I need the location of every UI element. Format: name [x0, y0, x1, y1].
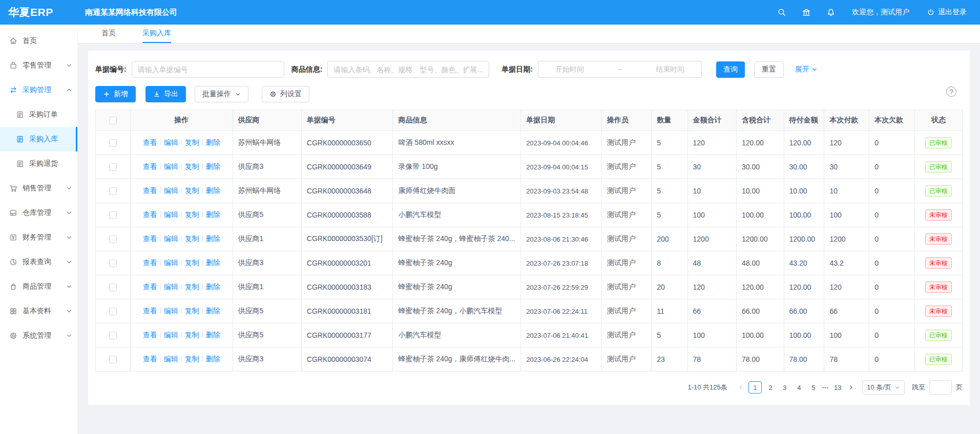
status-badge: 未审核	[925, 209, 952, 221]
page-size-select[interactable]: 10 条/页	[862, 380, 905, 395]
delete-link[interactable]: 删除	[206, 283, 220, 291]
view-link[interactable]: 查看	[143, 355, 157, 363]
sidebar-item-warehouse[interactable]: 仓库管理	[0, 201, 77, 225]
reset-button[interactable]: 重置	[754, 61, 784, 78]
edit-link[interactable]: 编辑	[164, 186, 178, 194]
product-info-input[interactable]	[327, 61, 489, 78]
edit-link[interactable]: 编辑	[164, 258, 178, 267]
sidebar-item-basic-data[interactable]: 基本资料	[0, 299, 77, 323]
sidebar-item-reports[interactable]: 报表查询	[0, 250, 77, 274]
date-range-picker[interactable]: 开始时间 ~ 结束时间	[538, 61, 702, 78]
sidebar-item-finance[interactable]: 财务管理	[0, 225, 77, 250]
prev-page-icon[interactable]	[735, 381, 747, 394]
tab-purchase-inbound[interactable]: 采购入库	[142, 25, 171, 43]
copy-link[interactable]: 复制	[185, 331, 199, 339]
delete-link[interactable]: 删除	[206, 138, 220, 146]
edit-link[interactable]: 编辑	[164, 331, 178, 339]
sidebar-item-system[interactable]: 系统管理	[0, 323, 77, 348]
help-icon[interactable]: ?	[946, 86, 956, 97]
edit-link[interactable]: 编辑	[164, 138, 178, 146]
delete-link[interactable]: 删除	[206, 331, 220, 339]
select-all-checkbox[interactable]	[109, 117, 117, 124]
jump-input[interactable]	[929, 380, 952, 395]
page-button-13[interactable]: 13	[832, 381, 843, 394]
row-checkbox[interactable]	[109, 356, 117, 363]
copy-link[interactable]: 复制	[185, 283, 199, 291]
row-actions-cell: 查看编辑复制删除	[130, 251, 233, 275]
row-checkbox[interactable]	[109, 163, 117, 171]
operator-cell: 测试用户	[601, 275, 651, 299]
view-link[interactable]: 查看	[143, 331, 157, 339]
bill-no-input[interactable]	[132, 61, 284, 78]
row-checkbox[interactable]	[109, 332, 117, 339]
view-link[interactable]: 查看	[143, 307, 157, 315]
sidebar-item-home[interactable]: 首页	[0, 29, 77, 53]
view-link[interactable]: 查看	[143, 234, 157, 243]
logout-button[interactable]: 退出登录	[927, 8, 967, 17]
copy-link[interactable]: 复制	[185, 307, 199, 315]
batch-actions-button[interactable]: 批量操作	[195, 86, 248, 102]
export-button[interactable]: 导出	[145, 86, 186, 102]
edit-link[interactable]: 编辑	[164, 355, 178, 363]
edit-link[interactable]: 编辑	[164, 234, 178, 243]
delete-link[interactable]: 删除	[206, 234, 220, 243]
page-button-4[interactable]: 4	[794, 381, 805, 394]
bill-date-cell: 2023-08-15 23:18:45	[521, 203, 602, 227]
bell-icon[interactable]	[826, 8, 836, 17]
page-button-1[interactable]: 1	[748, 381, 762, 394]
row-checkbox[interactable]	[109, 235, 117, 243]
search-icon[interactable]	[777, 8, 786, 17]
sidebar-item-purchase[interactable]: 采购管理	[0, 78, 77, 102]
view-link[interactable]: 查看	[143, 258, 157, 267]
row-checkbox[interactable]	[109, 308, 117, 315]
search-button[interactable]: 查询	[716, 61, 745, 78]
page-button-2[interactable]: 2	[765, 381, 776, 394]
copy-link[interactable]: 复制	[185, 162, 199, 170]
edit-link[interactable]: 编辑	[164, 210, 178, 219]
column-header-product: 商品信息	[393, 110, 521, 131]
row-checkbox[interactable]	[109, 284, 117, 291]
tab-home[interactable]: 首页	[101, 25, 116, 43]
edit-link[interactable]: 编辑	[164, 307, 178, 315]
copy-link[interactable]: 复制	[185, 210, 199, 219]
view-link[interactable]: 查看	[143, 186, 157, 194]
sidebar-item-purchase-inbound[interactable]: 采购入库	[0, 127, 77, 151]
view-link[interactable]: 查看	[143, 283, 157, 291]
copy-link[interactable]: 复制	[185, 258, 199, 267]
table-row: 查看编辑复制删除供应商3CGRK00000003074蜂蜜柚子茶 240g，康师…	[96, 348, 963, 372]
view-link[interactable]: 查看	[143, 138, 157, 146]
view-link[interactable]: 查看	[143, 162, 157, 170]
delete-link[interactable]: 删除	[206, 307, 220, 315]
copy-link[interactable]: 复制	[185, 234, 199, 243]
operator-cell: 测试用户	[601, 155, 651, 179]
delete-link[interactable]: 删除	[206, 258, 220, 267]
expand-link[interactable]: 展开	[795, 65, 818, 74]
column-settings-button[interactable]: 列设置	[262, 86, 309, 102]
copy-link[interactable]: 复制	[185, 355, 199, 363]
edit-link[interactable]: 编辑	[164, 283, 178, 291]
add-button[interactable]: 新增	[95, 86, 136, 102]
page-button-5[interactable]: 5	[808, 381, 819, 394]
sidebar-item-sales[interactable]: 销售管理	[0, 176, 77, 201]
delete-link[interactable]: 删除	[206, 186, 220, 194]
sidebar-item-retail[interactable]: 零售管理	[0, 53, 77, 78]
copy-link[interactable]: 复制	[185, 186, 199, 194]
row-checkbox[interactable]	[109, 259, 117, 267]
row-checkbox[interactable]	[109, 211, 117, 219]
sidebar-item-purchase-order[interactable]: 采购订单	[0, 102, 77, 127]
sidebar-item-goods[interactable]: 商品管理	[0, 274, 77, 299]
bank-icon[interactable]	[802, 8, 811, 17]
copy-link[interactable]: 复制	[185, 138, 199, 146]
delete-link[interactable]: 删除	[206, 355, 220, 363]
chevron-down-icon	[66, 284, 72, 290]
row-checkbox[interactable]	[109, 139, 117, 147]
sidebar-item-label: 采购管理	[23, 85, 51, 95]
sidebar-item-purchase-return[interactable]: 采购退货	[0, 151, 77, 176]
row-checkbox[interactable]	[109, 187, 117, 195]
view-link[interactable]: 查看	[143, 210, 157, 219]
delete-link[interactable]: 删除	[206, 210, 220, 219]
next-page-icon[interactable]	[845, 381, 857, 394]
delete-link[interactable]: 删除	[206, 162, 220, 170]
edit-link[interactable]: 编辑	[164, 162, 178, 170]
page-button-3[interactable]: 3	[779, 381, 790, 394]
